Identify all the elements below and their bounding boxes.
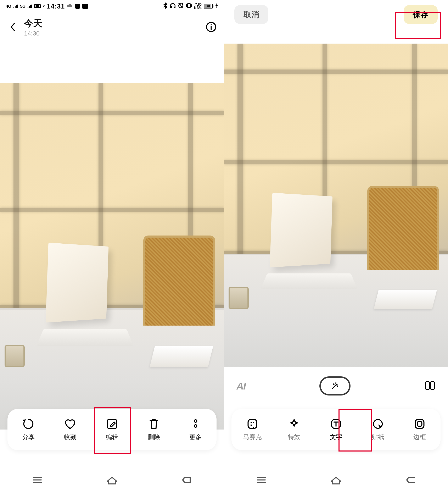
nav-home-button[interactable] [106,474,118,487]
hd-badge: HD [34,4,41,8]
nav-back-button[interactable] [180,474,193,487]
bluetooth-icon [163,2,168,10]
photo-image [0,83,224,430]
edit-icon [106,418,118,430]
nav-back-button[interactable] [404,474,417,487]
photo-viewport[interactable] [0,83,224,430]
save-button[interactable]: 保存 [404,5,438,24]
photo-action-bar: 分享 收藏 编辑 删除 更多 [7,409,217,450]
svg-rect-9 [248,420,257,428]
header-subtitle: 14:30 [24,30,200,37]
app-badge-icon [75,4,80,9]
status-time: 14:31 [47,2,65,10]
share-button[interactable]: 分享 [13,418,44,442]
status-bar: 4G 5G HD 2 14:31 7.80 KB [0,0,224,13]
cloud-icon [67,3,73,10]
text-icon [330,418,342,430]
mosaic-tool-button[interactable]: 马赛克 [236,418,269,441]
frame-tool-button[interactable]: 边框 [403,418,436,441]
favorite-button[interactable]: 收藏 [55,418,86,442]
sparkle-icon [288,418,300,430]
nav-home-button[interactable] [330,474,342,487]
header-title: 今天 [24,17,200,30]
system-nav-bar [0,463,224,498]
svg-point-6 [194,425,197,427]
right-screen: 取消 保存 AI [224,0,448,498]
left-screen: 4G 5G HD 2 14:31 7.80 KB [0,0,224,498]
back-button[interactable] [7,22,18,32]
compare-button[interactable] [424,380,435,392]
mosaic-icon [246,418,258,430]
frame-icon [414,418,426,430]
alarm-icon [178,3,184,10]
heart-icon [64,418,76,430]
svg-point-5 [194,420,197,422]
battery-icon: 78 [204,4,213,9]
svg-rect-1 [188,3,190,8]
svg-point-3 [211,24,212,25]
photo-image [224,44,448,367]
info-button[interactable] [206,22,217,32]
net-4g-label: 4G [6,4,11,9]
sticker-icon [372,418,384,430]
signal-bars-icon [28,4,32,8]
editor-tool-bar: 马赛克 特效 文字 贴纸 边框 [231,409,441,450]
edit-button[interactable]: 编辑 [96,418,128,442]
effect-tool-button[interactable]: 特效 [277,418,311,441]
vibrate-icon [186,3,192,10]
svg-rect-13 [417,422,422,426]
signal-bars-icon [14,4,18,8]
sticker-tool-button[interactable]: 贴纸 [361,418,395,441]
net-speed: 7.80 KB/s [194,3,202,10]
nav-recent-button[interactable] [255,474,268,487]
editor-quick-row: AI [224,373,448,398]
share-icon [22,418,35,430]
ai-button[interactable]: AI [237,380,246,392]
delete-button[interactable]: 删除 [138,418,169,442]
compare-icon [424,380,435,391]
editor-canvas[interactable] [224,44,448,367]
hd-index: 2 [43,4,45,8]
text-tool-button[interactable]: 文字 [320,418,352,441]
magic-wand-icon [330,381,340,391]
charging-icon [215,3,218,10]
cancel-button[interactable]: 取消 [234,5,268,24]
nav-recent-button[interactable] [31,474,44,487]
system-nav-bar [224,463,448,498]
auto-enhance-button[interactable] [320,376,351,396]
svg-rect-12 [415,420,424,428]
more-button[interactable]: 更多 [180,418,211,442]
photo-detail-header: 今天 14:30 [0,13,224,41]
mail-badge-icon [82,4,88,9]
trash-icon [148,418,160,430]
more-icon [189,418,202,430]
svg-rect-8 [431,382,434,389]
svg-rect-7 [426,382,429,389]
editor-top-bar: 取消 保存 [224,0,448,29]
net-5g-label: 5G [20,4,26,9]
headphones-icon [170,3,176,10]
